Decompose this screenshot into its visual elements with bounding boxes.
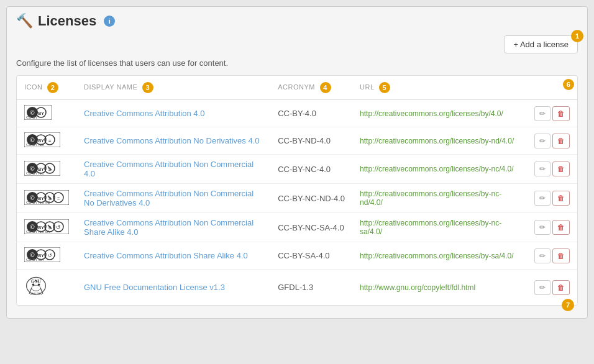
table-header-row: ICON 2 DISPLAY NAME 3 ACRONYM 4 URL 5 [17, 76, 577, 100]
display-name-cell: Creative Commons Attribution Share Alike… [76, 242, 270, 270]
delete-button[interactable]: 🗑 [552, 134, 570, 148]
icon-cell: © BY = CC BY ND [17, 127, 76, 155]
delete-button[interactable]: 🗑 [552, 106, 570, 121]
display-name-link[interactable]: Creative Commons Attribution Share Alike… [84, 251, 248, 260]
url-link[interactable]: http://creativecommons.org/licenses/by-n… [360, 165, 513, 173]
delete-button[interactable]: 🗑 [552, 248, 570, 263]
delete-button[interactable]: 🗑 [552, 162, 570, 176]
page-header: 🔨 Licenses i [16, 13, 578, 29]
edit-button[interactable]: ✏ [534, 220, 551, 235]
col-actions: 6 [525, 76, 577, 100]
svg-text:GNU FDL: GNU FDL [30, 293, 42, 296]
svg-point-59 [38, 283, 40, 286]
acronym-cell: CC-BY-NC-4.0 [270, 155, 352, 184]
info-icon[interactable]: i [104, 16, 115, 27]
svg-text:CC BY NC ND: CC BY NC ND [26, 201, 51, 204]
url-link[interactable]: http://creativecommons.org/licenses/by-n… [360, 219, 501, 236]
actions-cell: ✏🗑 [525, 155, 577, 184]
icon-cell: © BY $ CC BY NC [17, 155, 76, 184]
svg-text:=: = [57, 196, 60, 201]
edit-button[interactable]: ✏ [534, 134, 551, 148]
acronym-cell: GFDL-1.3 [270, 270, 352, 306]
edit-button[interactable]: ✏ [534, 106, 551, 121]
edit-button[interactable]: ✏ [534, 280, 551, 295]
table-row: © BY $ CC BY NC Creative Commons Attribu… [17, 155, 577, 184]
url-cell: http://creativecommons.org/licenses/by-n… [352, 155, 525, 184]
actions-cell: ✏🗑 [525, 100, 577, 127]
actions-cell: ✏🗑 [525, 184, 577, 213]
svg-point-58 [32, 283, 35, 286]
hammer-icon: 🔨 [16, 13, 33, 29]
col-acronym-badge: 4 [320, 82, 331, 93]
actions-cell: ✏🗑 [525, 242, 577, 270]
badge-1: 1 [571, 30, 583, 42]
description-text: Configure the list of licenses that user… [16, 58, 228, 68]
url-cell: http://creativecommons.org/licenses/by/4… [352, 100, 525, 127]
content-area: ICON 2 DISPLAY NAME 3 ACRONYM 4 URL 5 [16, 75, 578, 306]
display-name-cell: Creative Commons Attribution No Derivati… [76, 127, 270, 155]
table-row: GNU GNU FDL GNU Free Documentation Licen… [17, 270, 577, 306]
add-license-label: + Add a license [513, 40, 569, 49]
table-row: © BY CC BY Creative Commons Attribution … [17, 100, 577, 127]
description: Configure the list of licenses that user… [16, 58, 578, 68]
col-display-name-label: DISPLAY NAME [84, 83, 137, 91]
svg-text:CC BY NC: CC BY NC [26, 171, 44, 175]
table-row: © BY $ = CC BY NC ND Creative Commons At… [17, 184, 577, 213]
col-icon: ICON 2 [17, 76, 76, 100]
icon-cell: © BY $ ↺ CC BY NC SA [17, 213, 76, 242]
col-icon-label: ICON [24, 83, 43, 91]
url-link[interactable]: http://creativecommons.org/licenses/by-n… [360, 189, 501, 207]
delete-button[interactable]: 🗑 [552, 220, 570, 235]
display-name-cell: Creative Commons Attribution Non Commerc… [76, 184, 270, 213]
svg-text:CC BY ND: CC BY ND [26, 143, 44, 147]
delete-button[interactable]: 🗑 [552, 191, 570, 206]
col-acronym: ACRONYM 4 [270, 76, 352, 100]
svg-text:=: = [48, 139, 51, 143]
acronym-cell: CC-BY-NC-ND-4.0 [270, 184, 352, 213]
page-title: 🔨 Licenses i [16, 13, 115, 29]
svg-text:BY: BY [38, 253, 44, 258]
url-link[interactable]: http://creativecommons.org/licenses/by-n… [360, 137, 514, 145]
display-name-link[interactable]: Creative Commons Attribution No Derivati… [84, 136, 260, 145]
display-name-link[interactable]: Creative Commons Attribution Non Commerc… [84, 189, 254, 207]
url-link[interactable]: http://www.gnu.org/copyleft/fdl.html [360, 283, 475, 292]
edit-button[interactable]: ✏ [534, 191, 551, 206]
col-url: URL 5 [352, 76, 525, 100]
svg-text:CC BY SA: CC BY SA [26, 258, 43, 262]
display-name-link[interactable]: Creative Commons Attribution 4.0 [84, 109, 204, 118]
edit-button[interactable]: ✏ [534, 162, 551, 176]
svg-text:BY: BY [38, 196, 44, 201]
url-link[interactable]: http://creativecommons.org/licenses/by-s… [360, 252, 513, 260]
add-license-button[interactable]: + Add a license 1 [504, 35, 578, 53]
edit-button[interactable]: ✏ [534, 248, 551, 263]
display-name-link[interactable]: Creative Commons Attribution Non Commerc… [84, 160, 254, 178]
icon-cell: © BY ↺ CC BY SA [17, 242, 76, 270]
delete-button[interactable]: 🗑 [552, 280, 570, 295]
badge-7: 7 [562, 299, 574, 311]
url-cell: http://creativecommons.org/licenses/by-n… [352, 127, 525, 155]
display-name-cell: Creative Commons Attribution 4.0 [76, 100, 270, 127]
url-link[interactable]: http://creativecommons.org/licenses/by/4… [360, 109, 503, 118]
licenses-table: ICON 2 DISPLAY NAME 3 ACRONYM 4 URL 5 [17, 76, 577, 305]
url-cell: http://www.gnu.org/copyleft/fdl.html [352, 270, 525, 306]
col-display-name-badge: 3 [142, 82, 153, 93]
svg-text:↺: ↺ [56, 224, 61, 230]
col-acronym-label: ACRONYM [278, 83, 315, 91]
display-name-link[interactable]: Creative Commons Attribution Non Commerc… [84, 218, 254, 237]
acronym-cell: CC-BY-ND-4.0 [270, 127, 352, 155]
svg-text:BY: BY [38, 139, 44, 143]
display-name-link[interactable]: GNU Free Documentation License v1.3 [84, 283, 225, 292]
actions-cell: ✏🗑 [525, 213, 577, 242]
svg-text:BY: BY [38, 225, 44, 230]
svg-text:BY: BY [38, 111, 44, 116]
display-name-cell: Creative Commons Attribution Non Commerc… [76, 155, 270, 184]
col-url-badge: 5 [379, 82, 390, 93]
table-row: © BY = CC BY ND Creative Commons Attribu… [17, 127, 577, 155]
acronym-cell: CC-BY-NC-SA-4.0 [270, 213, 352, 242]
col-url-label: URL [360, 83, 374, 91]
icon-cell: GNU GNU FDL [17, 270, 76, 306]
url-cell: http://creativecommons.org/licenses/by-s… [352, 242, 525, 270]
display-name-cell: Creative Commons Attribution Non Commerc… [76, 213, 270, 242]
col-actions-badge: 6 [563, 79, 574, 90]
url-cell: http://creativecommons.org/licenses/by-n… [352, 213, 525, 242]
